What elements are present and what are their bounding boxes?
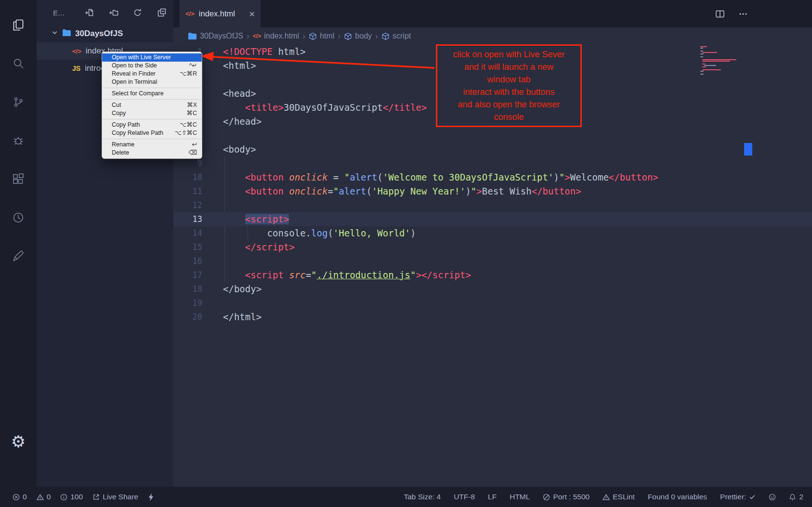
status-label: ESLint xyxy=(613,493,635,501)
status-item-live-share[interactable]: Live Share xyxy=(92,493,138,501)
breadcrumb-item-index.html[interactable]: </>index.html xyxy=(253,32,299,40)
status-item-0[interactable]: 0 xyxy=(37,493,51,501)
breadcrumb-item-body[interactable]: body xyxy=(344,32,372,40)
more-actions-icon[interactable] xyxy=(738,9,748,19)
code-token: console xyxy=(267,228,306,238)
code-line[interactable]: 10 <button onclick = "alert('Welcome to … xyxy=(173,170,812,184)
code-token: 30DaysOfJavaScript xyxy=(284,102,383,113)
line-number[interactable]: 19 xyxy=(173,296,202,310)
status-item-html[interactable]: HTML xyxy=(510,493,530,501)
settings-gear-icon[interactable]: ⚙ xyxy=(0,422,37,461)
line-number[interactable]: 11 xyxy=(173,184,202,198)
status-item-tab-size-4[interactable]: Tab Size: 4 xyxy=(404,493,441,501)
menu-item-cut[interactable]: Cut⌘X xyxy=(102,101,202,109)
line-number[interactable]: 13 xyxy=(173,212,202,226)
status-item-2[interactable]: 2 xyxy=(789,493,803,501)
code-line[interactable]: 15 </script> xyxy=(173,240,812,254)
line-number[interactable]: 14 xyxy=(173,226,202,240)
code-token: </button> xyxy=(532,186,581,196)
breadcrumb-label: 30DaysOfJS xyxy=(200,32,243,40)
minimap[interactable] xyxy=(700,46,742,75)
new-folder-icon[interactable] xyxy=(109,8,118,17)
code-token: 'Hello, World' xyxy=(333,228,410,238)
menu-item-copy-path[interactable]: Copy Path⌥⌘C xyxy=(102,121,202,129)
status-label: 100 xyxy=(70,493,83,501)
lightning-bolt-icon xyxy=(148,493,154,501)
line-number[interactable]: 10 xyxy=(173,170,202,184)
code-line[interactable]: 8<body> xyxy=(173,143,812,156)
menu-item-shortcut: ⌫ xyxy=(188,149,197,157)
code-line[interactable]: 12 xyxy=(173,198,812,212)
folder-row-30daysofjs[interactable]: 30DaysOfJS xyxy=(37,25,173,42)
line-number[interactable]: 17 xyxy=(173,268,202,282)
menu-item-open-with-live-server[interactable]: Open with Live Server xyxy=(102,53,202,62)
split-editor-icon[interactable] xyxy=(715,9,725,19)
search-icon[interactable] xyxy=(0,44,37,83)
code-line[interactable]: 18</body> xyxy=(173,282,812,296)
code-token: ( xyxy=(366,186,371,196)
extensions-icon[interactable] xyxy=(0,160,37,198)
status-item-lf[interactable]: LF xyxy=(488,493,497,501)
refresh-icon[interactable] xyxy=(133,8,143,17)
menu-item-select-for-compare[interactable]: Select for Compare xyxy=(102,90,202,98)
history-icon[interactable] xyxy=(0,198,37,237)
code-text: <title>30DaysOfJavaScript</title> xyxy=(223,101,427,115)
code-line[interactable]: 7 xyxy=(173,129,812,143)
line-number[interactable]: 15 xyxy=(173,240,202,254)
live-share-icon xyxy=(92,494,100,501)
code-line[interactable]: 14 console.log('Hello, World') xyxy=(173,226,812,240)
status-item-port-5500[interactable]: Port : 5500 xyxy=(543,493,589,501)
explorer-icon[interactable] xyxy=(0,6,37,44)
status-item-smiley[interactable] xyxy=(769,494,776,501)
code-line[interactable]: 13 <script> xyxy=(173,212,812,226)
close-icon[interactable]: × xyxy=(249,10,255,18)
tab-index-html[interactable]: </> index.html × xyxy=(180,0,261,27)
status-item-prettier-[interactable]: Prettier: xyxy=(720,493,756,501)
status-item-eslint[interactable]: ESLint xyxy=(602,493,635,501)
code-line[interactable]: 16 xyxy=(173,254,812,268)
code-line[interactable]: 17 <script src="./introduction.js"></scr… xyxy=(173,268,812,282)
code-line[interactable]: 11 <button onclick="alert('Happy New Yea… xyxy=(173,184,812,198)
breadcrumb-item-script[interactable]: script xyxy=(381,32,411,40)
code-token xyxy=(223,270,245,280)
pen-icon[interactable] xyxy=(0,237,37,275)
code-text: </head> xyxy=(223,115,262,129)
menu-item-rename[interactable]: Rename↩ xyxy=(102,141,202,149)
menu-item-delete[interactable]: Delete⌫ xyxy=(102,149,202,157)
line-number[interactable]: 16 xyxy=(173,254,202,268)
code-token: html> xyxy=(273,46,306,57)
menu-item-copy[interactable]: Copy⌘C xyxy=(102,109,202,117)
menu-item-copy-relative-path[interactable]: Copy Relative Path⌥⇧⌘C xyxy=(102,129,202,137)
breadcrumb-item-html[interactable]: html xyxy=(309,32,334,40)
status-label: 2 xyxy=(799,493,803,501)
breadcrumb-item-30DaysOfJS[interactable]: 30DaysOfJS xyxy=(188,32,243,40)
code-line[interactable]: 9 xyxy=(173,156,812,170)
line-number[interactable]: 12 xyxy=(173,198,202,212)
annotation-line: console xyxy=(440,111,577,123)
menu-item-reveal-in-finder[interactable]: Reveal in Finder⌥⌘R xyxy=(102,70,202,78)
code-token: Welcome xyxy=(570,172,609,182)
line-number[interactable]: 18 xyxy=(173,282,202,296)
debug-icon[interactable] xyxy=(0,121,37,160)
code-line[interactable]: 20</html> xyxy=(173,310,812,324)
status-item-lightning-bolt[interactable] xyxy=(148,493,154,501)
line-number[interactable]: 20 xyxy=(173,310,202,324)
code-token: </title> xyxy=(383,102,427,113)
slash-circle-icon xyxy=(543,494,550,501)
code-text: </html> xyxy=(223,310,262,324)
menu-item-open-to-the-side[interactable]: Open to the Side^↵ xyxy=(102,62,202,70)
collapse-all-icon[interactable] xyxy=(157,8,167,17)
status-item-100[interactable]: 100 xyxy=(60,493,83,501)
code-line[interactable]: 19 xyxy=(173,296,812,310)
status-item-found-0-variables[interactable]: Found 0 variables xyxy=(648,493,707,501)
status-item-utf-8[interactable]: UTF-8 xyxy=(454,493,475,501)
new-file-icon[interactable] xyxy=(85,8,94,17)
menu-item-shortcut: ⌘X xyxy=(187,101,197,109)
minimap-line xyxy=(700,51,703,52)
html-file-icon: </> xyxy=(253,33,261,39)
breadcrumb-label: script xyxy=(393,32,411,40)
chevron-down-icon xyxy=(51,29,58,36)
status-item-0[interactable]: 0 xyxy=(13,493,27,501)
source-control-icon[interactable] xyxy=(0,83,37,121)
menu-item-open-in-terminal[interactable]: Open in Terminal xyxy=(102,78,202,86)
